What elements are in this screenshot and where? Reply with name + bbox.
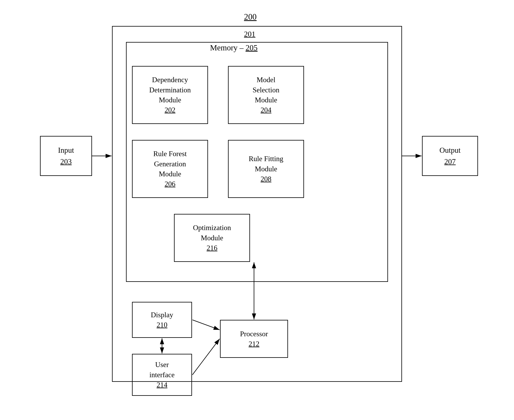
memory-number: 205 bbox=[246, 43, 257, 52]
ui-text: Userinterface214 bbox=[149, 360, 174, 390]
module-202-text: DependencyDeterminationModule202 bbox=[149, 75, 191, 115]
memory-label: Memory – 205 bbox=[210, 43, 257, 52]
label-200: 200 bbox=[244, 12, 257, 22]
box-202: DependencyDeterminationModule202 bbox=[132, 66, 208, 124]
box-206: Rule ForestGenerationModule206 bbox=[132, 140, 208, 198]
box-204: ModelSelectionModule204 bbox=[228, 66, 304, 124]
module-206-text: Rule ForestGenerationModule206 bbox=[153, 149, 187, 189]
label-201: 201 bbox=[244, 30, 255, 38]
diagram: 200 201 Memory – 205 DependencyDetermina… bbox=[0, 0, 514, 420]
box-208: Rule FittingModule208 bbox=[228, 140, 304, 198]
box-214: Userinterface214 bbox=[132, 354, 192, 396]
input-text: Input203 bbox=[58, 144, 74, 167]
box-input: Input203 bbox=[40, 136, 92, 176]
module-208-text: Rule FittingModule208 bbox=[249, 154, 283, 184]
box-216: OptimizationModule216 bbox=[174, 214, 250, 262]
box-212: Processor212 bbox=[220, 320, 288, 358]
module-204-text: ModelSelectionModule204 bbox=[253, 75, 280, 115]
display-text: Display210 bbox=[151, 310, 173, 330]
output-text: Output207 bbox=[439, 144, 461, 167]
box-output: Output207 bbox=[422, 136, 478, 176]
box-210: Display210 bbox=[132, 302, 192, 338]
processor-text: Processor212 bbox=[240, 329, 268, 349]
module-216-text: OptimizationModule216 bbox=[193, 223, 231, 253]
